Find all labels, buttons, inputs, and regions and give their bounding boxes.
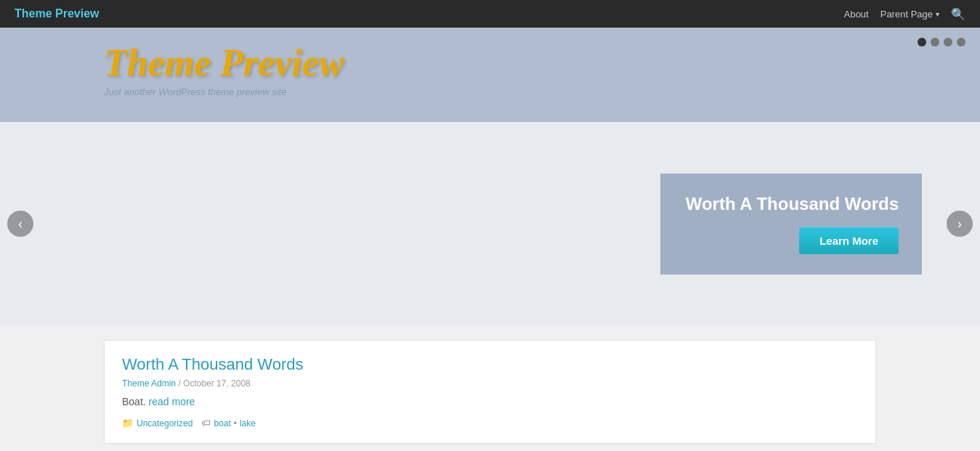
slider-prev-button[interactable]: ‹ [7, 211, 33, 237]
slider-next-button[interactable]: › [947, 211, 973, 237]
posts-area: Worth A Thousand Words Theme Admin / Oct… [0, 325, 980, 451]
tag-separator: • [234, 418, 237, 428]
post-card: Worth A Thousand Words Theme Admin / Oct… [104, 340, 876, 444]
site-title-banner: Theme Preview [104, 42, 965, 84]
slider-dot-1[interactable] [918, 38, 926, 46]
site-header: Theme Preview Just another WordPress the… [0, 28, 980, 122]
post-category: 📁 Uncategorized [122, 418, 193, 428]
top-navigation: Theme Preview About Parent Page ▾ 🔍 [0, 0, 980, 28]
learn-more-button[interactable]: Learn More [799, 227, 899, 254]
nav-right: About Parent Page ▾ 🔍 [844, 7, 965, 21]
tag-link-lake[interactable]: lake [240, 418, 256, 428]
chevron-down-icon: ▾ [936, 10, 939, 18]
tag-icon: 🏷 [201, 418, 211, 428]
read-more-link[interactable]: read more [149, 396, 195, 407]
category-link[interactable]: Uncategorized [137, 418, 193, 428]
slider-section: ‹ Worth A Thousand Words Learn More › [0, 122, 980, 325]
search-icon[interactable]: 🔍 [951, 7, 965, 21]
slider-dot-3[interactable] [944, 38, 952, 46]
folder-icon: 📁 [122, 418, 134, 428]
excerpt-text: Boat. [122, 396, 146, 407]
slider-dot-2[interactable] [931, 38, 939, 46]
parent-page-label: Parent Page [880, 9, 933, 20]
post-footer: 📁 Uncategorized 🏷 boat • lake [122, 418, 858, 428]
post-date: October 17, 2008 [183, 378, 251, 389]
post-meta: Theme Admin / October 17, 2008 [122, 378, 858, 389]
slider-dots [918, 38, 965, 46]
post-excerpt: Boat. read more [122, 396, 858, 407]
site-subtitle: Just another WordPress theme preview sit… [104, 86, 965, 97]
parent-page-menu[interactable]: Parent Page ▾ [880, 9, 939, 20]
post-author: Theme Admin [122, 378, 176, 389]
about-link[interactable]: About [844, 9, 869, 20]
post-title-link[interactable]: Worth A Thousand Words [122, 355, 303, 373]
tag-link-boat[interactable]: boat [214, 418, 230, 428]
slider-dot-4[interactable] [957, 38, 965, 46]
site-title-nav[interactable]: Theme Preview [15, 7, 100, 20]
post-tags: 🏷 boat • lake [201, 418, 256, 428]
slide-caption-title: Worth A Thousand Words [684, 194, 899, 214]
slide-caption-box: Worth A Thousand Words Learn More [660, 174, 922, 275]
